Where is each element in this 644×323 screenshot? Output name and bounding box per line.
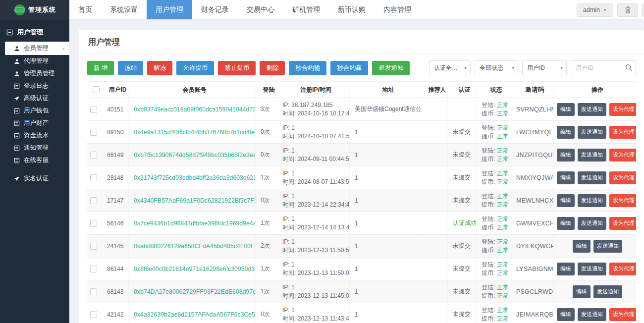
partial-button[interactable] <box>642 3 644 17</box>
send-notify-button[interactable]: 发送通知 <box>578 308 606 321</box>
auth-status-cell <box>448 98 477 120</box>
sidebar-item-fund-flow[interactable]: 资金流水 <box>0 129 69 142</box>
sidebar-item-notice-management[interactable]: 通知管理 <box>0 142 69 154</box>
row-checkbox[interactable] <box>90 152 97 159</box>
status-cell: 登陆: 正常 提币: 正常 <box>477 98 511 120</box>
nav-item-home[interactable]: 首页 <box>69 0 101 19</box>
sidebar-item-online-service[interactable]: 在线客服 <box>0 154 69 166</box>
send-notify-button[interactable]: 发送通知 <box>578 263 606 275</box>
freeze-button[interactable]: 冻结 <box>118 61 143 75</box>
nav-item-newcoin-subscribe[interactable]: 新币认购 <box>329 0 375 19</box>
set-agent-button[interactable]: 设为代理 <box>609 149 636 162</box>
admin-dropdown[interactable]: admin ▼ <box>577 3 613 17</box>
broadcast-notice-button[interactable]: 群发通知 <box>372 61 410 75</box>
set-agent-button[interactable]: 设为代理 <box>609 217 636 230</box>
auth-status-cell: 未提交 <box>448 166 477 189</box>
account-link[interactable]: 0x31743f725cd03edbd4bff2a36da3d603e622ac… <box>134 174 255 181</box>
edit-button[interactable]: 编辑 <box>557 263 575 275</box>
row-checkbox[interactable] <box>90 288 97 295</box>
send-notify-button[interactable]: 发送通知 <box>578 149 606 162</box>
contract-lose-button[interactable]: 秒合约输 <box>289 61 326 75</box>
set-agent-button[interactable]: 设为代理 <box>609 194 636 207</box>
edit-button[interactable]: 编辑 <box>557 171 575 184</box>
set-agent-button[interactable]: 设为代理 <box>609 263 636 275</box>
select-all-checkbox[interactable] <box>93 86 100 93</box>
edit-button[interactable]: 编辑 <box>557 194 575 207</box>
edit-button[interactable]: 编辑 <box>557 126 575 139</box>
edit-button[interactable]: 编辑 <box>557 149 575 162</box>
row-checkbox[interactable] <box>90 197 97 204</box>
edit-button[interactable]: 编辑 <box>557 217 575 230</box>
status-select[interactable]: 全部状态 ▾ <box>475 60 518 75</box>
set-agent-button[interactable]: 设为代理 <box>609 308 636 321</box>
delete-button[interactable]: 删除 <box>260 61 285 75</box>
sidebar-item-member-management[interactable]: 会员管理 › <box>5 42 69 55</box>
header-user-id: 用户ID <box>102 82 129 98</box>
sidebar-item-user-assets[interactable]: 用户财产 <box>0 117 69 129</box>
header-register-ip-time: 注册IP/时间 <box>277 82 350 98</box>
auth-status-select[interactable]: 认证全部状态 ▾ <box>429 60 471 75</box>
row-checkbox[interactable] <box>90 266 97 272</box>
nav-item-miner-management[interactable]: 矿机管理 <box>283 0 329 19</box>
account-link[interactable]: 0x8f6e00c0b21614e971e16298e6fc30950d3c36… <box>134 266 255 272</box>
account-link[interactable]: 0xb7f5c1390674dd58d7f949bc035b65f2e3eae2… <box>134 152 255 159</box>
sidebar-item-agent-management[interactable]: 代理管理 <box>0 55 69 67</box>
forbid-withdraw-button[interactable]: 禁止提币 <box>218 61 256 75</box>
account-link[interactable]: 0x4e9a1315d40f6cfb4f4bb376768b7b1cd4fe29… <box>134 129 255 136</box>
topnav: 首页 系统设置 用户管理 财务记录 交易中心 矿机管理 新币认购 内容管理 ad… <box>69 0 644 20</box>
send-notify-button[interactable]: 发送通知 <box>578 217 606 230</box>
account-link[interactable]: 0xb93749eacc018a09f060dca159041044d73d1f… <box>134 106 255 113</box>
auth-status-cell: 未提交 <box>448 189 477 212</box>
row-checkbox[interactable] <box>90 106 97 113</box>
allow-withdraw-button[interactable]: 允许提币 <box>176 61 214 75</box>
nav-item-finance-records[interactable]: 财务记录 <box>192 0 238 19</box>
row-checkbox[interactable] <box>90 174 97 181</box>
chevron-down-icon: ▾ <box>560 65 563 70</box>
main-content: 用户管理 新 增 冻结 解冻 允许提币 禁止提币 删除 秒合约输 秒合约赢 群发… <box>69 20 644 323</box>
send-notify-button[interactable]: 发送通知 <box>578 171 606 184</box>
set-agent-button[interactable]: 设为代理 <box>609 103 636 116</box>
account-link[interactable]: 0x4340FB57AaF69a1F0Dc62821922Bf3c7F2aC5D… <box>134 197 255 204</box>
unfreeze-button[interactable]: 解冻 <box>147 61 172 75</box>
send-notify-button[interactable]: 发送通知 <box>578 126 606 139</box>
row-checkbox[interactable] <box>90 220 97 227</box>
send-notify-button[interactable]: 发送通知 <box>578 103 606 116</box>
nav-item-content-management[interactable]: 内容管理 <box>375 0 420 19</box>
table-row: 68143 0xb74DA27e80062729FF93F22EdE608d97… <box>87 280 636 303</box>
user-id-cell: 68143 <box>102 280 129 303</box>
trash-button[interactable] <box>617 3 638 17</box>
edit-button[interactable]: 编辑 <box>573 285 590 298</box>
search-field-select[interactable]: 用户ID ▾ <box>522 60 567 75</box>
sidebar-item-advanced-auth[interactable]: 高级认证 <box>0 92 69 105</box>
nav-item-trade-center[interactable]: 交易中心 <box>238 0 283 19</box>
row-checkbox[interactable] <box>90 311 97 318</box>
account-link[interactable]: 0xb74DA27e80062729FF93F22EdE608d97e6b82F… <box>134 288 255 295</box>
row-checkbox[interactable] <box>90 243 97 250</box>
sidebar-item-user-wallet[interactable]: 用户钱包 <box>0 105 69 117</box>
sidebar-item-admin-management[interactable]: 管理员管理 <box>0 67 69 80</box>
edit-button[interactable]: 编辑 <box>557 308 575 321</box>
set-agent-button[interactable]: 设为代理 <box>609 171 636 184</box>
set-agent-button[interactable]: 设为代理 <box>609 126 636 139</box>
account-link[interactable]: 0x4a82639b2ae8d2157AFAdaA567F6c3Ce53BeA4… <box>134 311 255 318</box>
search-icon[interactable] <box>625 64 633 71</box>
send-notify-button[interactable]: 发送通知 <box>593 285 622 298</box>
register-ip-time-cell: IP: 1 时间: 2023-12-13 11:43:43 <box>277 303 350 323</box>
nav-item-user-management[interactable]: 用户管理 <box>147 0 192 19</box>
account-link[interactable]: 0x7ce9436b1d96843dfbfae396fdc1969d9e4ac9… <box>134 220 255 227</box>
sidebar-item-realname-auth[interactable]: 实名认证 <box>0 172 69 185</box>
row-actions: 编辑发送通知设为代理 <box>554 121 636 143</box>
row-checkbox[interactable] <box>90 129 97 136</box>
register-ip-time-cell: IP: 1 时间: 2024-09-11 00:44:56 <box>277 144 350 166</box>
sidebar-section-user-management[interactable]: 用户管理 <box>0 20 69 42</box>
sidebar-item-login-log[interactable]: 登录日志 <box>0 80 69 92</box>
send-notify-button[interactable]: 发送通知 <box>578 194 606 207</box>
edit-button[interactable]: 编辑 <box>557 103 575 116</box>
add-button[interactable]: 新 增 <box>87 61 114 75</box>
send-notify-button[interactable]: 发送通知 <box>593 240 622 253</box>
account-link[interactable]: 0xab8880226129a658CFdA45bd485c4F00FBFe54… <box>134 243 255 250</box>
edit-button[interactable]: 编辑 <box>573 240 590 253</box>
nav-item-system-settings[interactable]: 系统设置 <box>101 0 147 19</box>
contract-win-button[interactable]: 秒合约赢 <box>330 61 368 75</box>
toolbar-row: 新 增 冻结 解冻 允许提币 禁止提币 删除 秒合约输 秒合约赢 群发通知 认证… <box>79 54 644 80</box>
